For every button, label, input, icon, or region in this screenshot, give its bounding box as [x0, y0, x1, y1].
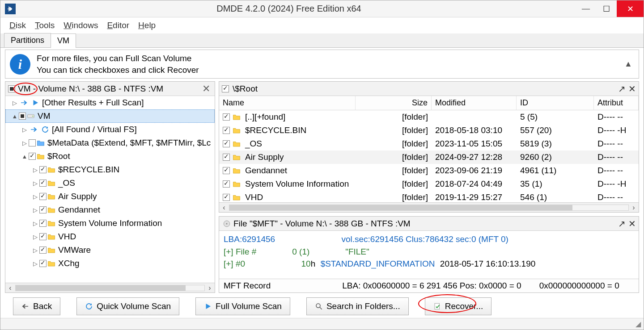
quick-scan-button[interactable]: Quick Volume Scan	[76, 297, 179, 315]
menu-editor[interactable]: Editor	[102, 18, 134, 33]
tree-item-vm[interactable]: ▲ VM	[5, 109, 215, 123]
file-id: 4961 (11)	[517, 166, 594, 175]
popout-button[interactable]: ↗	[618, 84, 626, 94]
tree-item-vmware[interactable]: ▷ VMWare	[5, 243, 215, 257]
full-scan-button[interactable]: Full Volume Scan	[195, 297, 290, 315]
table-row[interactable]: $RECYCLE.BIN[folder]2018-05-18 03:10557 …	[219, 124, 639, 137]
row-checkbox[interactable]	[223, 194, 230, 201]
status-record-label: MFT Record	[224, 281, 271, 291]
tree-view[interactable]: ▷ [Other Results + Full Scan] ▲ VM ▷	[5, 96, 215, 283]
col-size[interactable]: Size	[356, 96, 432, 110]
table-row[interactable]: Air Supply[folder]2024-09-27 12:289260 (…	[219, 150, 639, 164]
row-checkbox[interactable]	[223, 113, 230, 121]
menu-help[interactable]: Help	[134, 18, 160, 33]
detail-header: File "$MFT" - Volume N:\ - 388 GB - NTFS…	[219, 217, 639, 231]
tab-vm[interactable]: VM	[51, 33, 76, 48]
checkbox-icon[interactable]	[39, 180, 47, 187]
file-modified: 2023-09-06 21:19	[432, 166, 517, 175]
file-name: Air Supply	[245, 152, 284, 162]
col-attributes[interactable]: Attribut	[594, 96, 639, 110]
file-name: $RECYCLE.BIN	[245, 125, 306, 135]
checkbox-icon[interactable]	[39, 220, 47, 227]
file-id: 5819 (3)	[517, 139, 594, 149]
row-checkbox[interactable]	[223, 180, 230, 188]
tree-item-other-results[interactable]: ▷ [Other Results + Full Scan]	[5, 96, 215, 109]
file-size: [folder]	[356, 166, 432, 175]
file-list-pane: \$Root ↗ ✕ Name Size Modified ID Attribu…	[219, 81, 639, 213]
file-size: [folder]	[356, 192, 432, 202]
tree-header-label: VM - Volume N:\ - 388 GB - NTFS :VM	[18, 84, 163, 94]
checkbox-icon[interactable]	[39, 193, 47, 200]
col-id[interactable]: ID	[517, 96, 594, 110]
col-modified[interactable]: Modified	[432, 96, 517, 110]
row-checkbox[interactable]	[223, 127, 230, 134]
tree-item-all-found[interactable]: ▷ [All Found / Virtual FS]	[5, 123, 215, 136]
tree-close-button[interactable]: ✕	[200, 83, 212, 95]
tree-item-recycle[interactable]: ▷ $RECYCLE.BIN	[5, 163, 215, 176]
folder-icon	[232, 126, 242, 134]
tree-item-os[interactable]: ▷ _OS	[5, 176, 215, 190]
file-size: [folder]	[356, 139, 432, 149]
checkbox-icon[interactable]	[29, 139, 36, 146]
refresh-icon	[40, 125, 50, 134]
table-row[interactable]: VHD[folder]2019-11-29 15:27546 (1)D---- …	[219, 191, 639, 202]
menu-windows[interactable]: Windows	[59, 18, 102, 33]
close-button[interactable]: ✕	[617, 0, 644, 17]
menu-tools[interactable]: Tools	[30, 18, 59, 33]
pane-close-button[interactable]: ✕	[628, 84, 636, 94]
table-row[interactable]: [..][+found][folder]5 (5)D---- --	[219, 110, 639, 124]
col-name[interactable]: Name	[219, 96, 356, 110]
tree-item-gendannet[interactable]: ▷ Gendannet	[5, 203, 215, 217]
table-row[interactable]: System Volume Information[folder]2018-07…	[219, 177, 639, 191]
info-line-1: For more files, you can Full Scan Volume	[37, 53, 624, 64]
select-all-checkbox[interactable]	[222, 85, 229, 92]
list-hscroll[interactable]: ‹ ›	[219, 202, 639, 212]
file-name: _OS	[245, 139, 262, 149]
tree-item-xchg[interactable]: ▷ XChg	[5, 257, 215, 270]
checkbox-icon[interactable]	[19, 113, 26, 120]
tree-item-metadata[interactable]: ▷ $MetaData ($Extend, $MFT, $MFTMirr, $L…	[5, 136, 215, 150]
table-row[interactable]: _OS[folder]2023-11-05 15:055819 (3)D----…	[219, 137, 639, 150]
minimize-button[interactable]: —	[576, 0, 596, 17]
checkbox-icon[interactable]	[39, 260, 47, 267]
back-button[interactable]: Back	[13, 297, 60, 315]
popout-button[interactable]: ↗	[618, 218, 626, 229]
folder-icon	[232, 140, 242, 148]
file-modified: 2019-11-29 15:27	[432, 192, 517, 202]
tree-hscroll[interactable]: ‹ ›	[5, 283, 215, 292]
checkbox-icon[interactable]	[29, 153, 36, 160]
tree-item-root[interactable]: ▲ $Root	[5, 150, 215, 163]
tree-header-checkbox[interactable]	[8, 85, 15, 92]
checkbox-icon[interactable]	[39, 206, 47, 213]
recover-button[interactable]: Recover...	[425, 297, 492, 315]
pane-close-button[interactable]: ✕	[628, 218, 636, 229]
menu-disk[interactable]: Disk	[5, 18, 30, 33]
maximize-button[interactable]: ☐	[596, 0, 617, 17]
row-checkbox[interactable]	[223, 154, 230, 161]
row-checkbox[interactable]	[223, 167, 230, 174]
grid-header[interactable]: Name Size Modified ID Attribut	[219, 96, 639, 110]
checkbox-icon[interactable]	[39, 246, 47, 254]
tab-partitions[interactable]: Partitions	[4, 33, 51, 47]
tree-item-vhd[interactable]: ▷ VHD	[5, 230, 215, 243]
detail-body[interactable]: LBA:6291456 vol.sec:6291456 Clus:786432 …	[219, 231, 639, 279]
tree-item-airsupply[interactable]: ▷ Air Supply	[5, 190, 215, 203]
folder-icon	[47, 219, 56, 227]
info-line-2: You can tick checkboxes and click Recove…	[37, 64, 624, 76]
info-collapse-button[interactable]: ▲	[624, 59, 634, 69]
tree-item-svi[interactable]: ▷ System Volume Information	[5, 217, 215, 230]
folder-icon	[47, 206, 56, 214]
search-folders-button[interactable]: Search in Folders...	[306, 297, 409, 315]
info-icon: i	[10, 54, 30, 75]
file-name: Gendannet	[245, 166, 287, 175]
menu-bar: Disk Tools Windows Editor Help	[0, 17, 644, 33]
folder-icon	[47, 233, 56, 241]
file-attr: D---- --	[594, 139, 639, 149]
file-id: 9260 (2)	[517, 152, 594, 162]
checkbox-icon[interactable]	[39, 166, 47, 173]
grid-body[interactable]: [..][+found][folder]5 (5)D---- --$RECYCL…	[219, 110, 639, 202]
checkbox-icon[interactable]	[39, 233, 47, 240]
row-checkbox[interactable]	[223, 140, 230, 147]
resize-grip-icon[interactable]: ◢	[636, 320, 641, 328]
table-row[interactable]: Gendannet[folder]2023-09-06 21:194961 (1…	[219, 164, 639, 177]
